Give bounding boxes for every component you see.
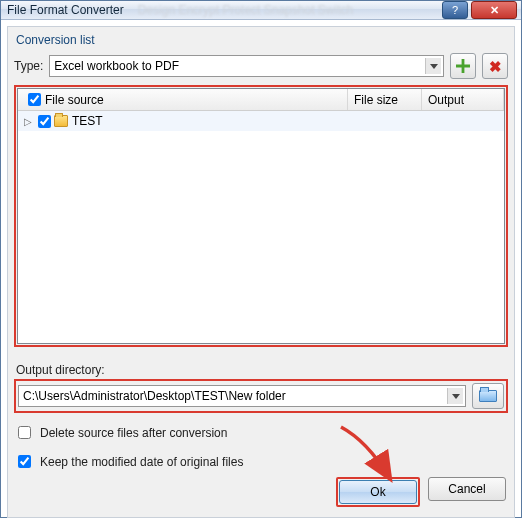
- delete-source-label: Delete source files after conversion: [40, 426, 227, 440]
- type-row: Type: Excel workbook to PDF ✖: [14, 53, 508, 79]
- delete-source-checkbox[interactable]: [18, 426, 31, 439]
- x-icon: ✖: [489, 59, 502, 74]
- output-dir-field[interactable]: C:\Users\Administrator\Desktop\TEST\New …: [18, 385, 466, 407]
- window-title: File Format Converter: [7, 3, 124, 17]
- tree-body: ▷ TEST: [18, 111, 504, 343]
- type-dropdown[interactable]: Excel workbook to PDF: [49, 55, 444, 77]
- chevron-down-icon: [425, 58, 441, 74]
- col-file-size[interactable]: File size: [348, 89, 422, 110]
- expand-icon[interactable]: ▷: [22, 116, 34, 127]
- type-dropdown-value: Excel workbook to PDF: [54, 59, 179, 73]
- type-label: Type:: [14, 59, 43, 73]
- conversion-list-label: Conversion list: [16, 33, 506, 47]
- file-tree[interactable]: File source File size Output ▷ TEST: [17, 88, 505, 344]
- output-dir-label: Output directory:: [16, 363, 506, 377]
- content-panel: Conversion list Type: Excel workbook to …: [7, 26, 515, 518]
- converter-window: File Format Converter Design Encrypt Pro…: [0, 0, 522, 518]
- col-file-source[interactable]: File source: [18, 89, 348, 110]
- plus-icon: [456, 59, 470, 73]
- window-buttons: ? ✕: [442, 1, 517, 19]
- browse-button[interactable]: [472, 383, 504, 409]
- chevron-down-icon: [447, 388, 463, 404]
- help-button[interactable]: ?: [442, 1, 468, 19]
- row-checkbox[interactable]: [38, 115, 51, 128]
- ok-button[interactable]: Ok: [339, 480, 417, 504]
- titlebar: File Format Converter Design Encrypt Pro…: [1, 1, 521, 20]
- row-label: TEST: [72, 114, 103, 128]
- add-button[interactable]: [450, 53, 476, 79]
- cancel-button[interactable]: Cancel: [428, 477, 506, 501]
- close-button[interactable]: ✕: [471, 1, 517, 19]
- ok-highlight: Ok: [336, 477, 420, 507]
- output-dir-value: C:\Users\Administrator\Desktop\TEST\New …: [23, 389, 286, 403]
- delete-source-row[interactable]: Delete source files after conversion: [14, 423, 508, 442]
- keep-date-checkbox[interactable]: [18, 455, 31, 468]
- keep-date-row[interactable]: Keep the modified date of original files: [14, 452, 508, 471]
- remove-button[interactable]: ✖: [482, 53, 508, 79]
- tree-highlight: File source File size Output ▷ TEST: [14, 85, 508, 347]
- keep-date-label: Keep the modified date of original files: [40, 455, 243, 469]
- select-all-checkbox[interactable]: [28, 93, 41, 106]
- button-row: Ok Cancel: [14, 471, 508, 509]
- output-highlight: C:\Users\Administrator\Desktop\TEST\New …: [14, 379, 508, 413]
- background-menu: Design Encrypt Protect Snapshot Switch: [138, 3, 442, 17]
- folder-open-icon: [479, 390, 497, 402]
- col-output[interactable]: Output: [422, 89, 504, 110]
- tree-header: File source File size Output: [18, 89, 504, 111]
- folder-icon: [54, 115, 68, 127]
- tree-row[interactable]: ▷ TEST: [18, 111, 504, 131]
